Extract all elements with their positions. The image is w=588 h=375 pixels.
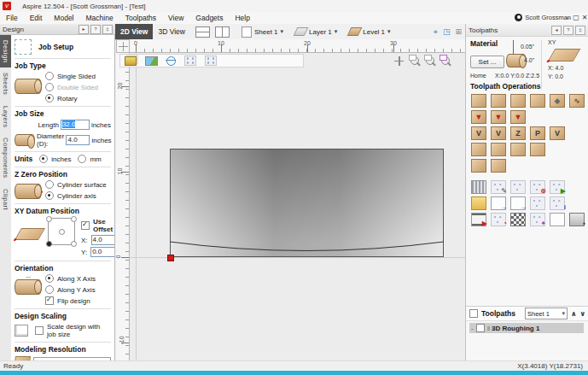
pan-icon[interactable] [394,56,404,66]
import-image-icon[interactable] [145,56,158,66]
move-down-icon[interactable]: ∨ [580,310,586,318]
tab-layers[interactable]: Layers [0,101,11,133]
toolpath-notes-icon[interactable] [550,213,565,226]
menu-help[interactable]: Help [235,14,249,22]
tab-clipart[interactable]: Clipart [0,184,11,215]
duplicate-toolpath-icon[interactable] [510,180,526,194]
estimate-machining-time-icon[interactable]: ◔ [491,213,506,226]
xy-datum-marker[interactable] [167,255,174,261]
3d-slice-toolpath-icon[interactable] [530,143,545,156]
preview-toolpath-icon[interactable]: ▶ [471,213,486,226]
pin-icon[interactable]: ‡ [102,25,113,34]
menu-machine[interactable]: Machine [86,14,114,22]
node-edit-icon[interactable] [166,56,176,66]
prism-carve-toolpath-icon[interactable]: ◆ [550,94,565,108]
toolpaths-sheet-select[interactable]: Sheet 1 [525,308,568,319]
2d-view-canvas[interactable] [130,53,465,360]
radio-units-inches[interactable]: inches [39,155,71,163]
sheet-dropdown[interactable]: Sheet 1▾ [242,26,283,38]
help-icon[interactable]: ? [563,26,573,35]
use-offset-checkbox[interactable]: Use Offset [81,218,115,233]
close-button[interactable]: ✕ [581,14,588,21]
fluting-toolpath-icon[interactable] [491,159,506,173]
level-dropdown[interactable]: Level 1▾ [349,27,390,36]
grid-icon[interactable]: ⊞ [455,27,462,36]
expand-icon[interactable]: - [471,325,474,332]
component-mesh-alt-icon[interactable] [205,56,217,66]
dock-panel-icon[interactable]: ▸ [79,25,89,34]
zoom-selected-icon[interactable] [441,56,450,65]
radio-cylinder-axis[interactable]: Cylinder axis [45,191,107,200]
prism-letter-toolpath-icon[interactable]: P [530,126,545,140]
radio-units-mm[interactable]: mm [78,155,101,163]
restore-button[interactable]: ▢ [573,14,579,21]
merge-toolpaths-icon[interactable] [530,196,545,210]
save-toolpath-icon[interactable]: ▪ [569,213,585,226]
offset-y-input[interactable]: 0.0 [90,247,115,257]
tab-components[interactable]: Components [0,132,11,184]
recalculate-toolpath-icon[interactable]: ▶ [550,180,565,194]
radio-rotary[interactable]: Rotary [45,94,98,103]
menu-toolpaths[interactable]: Toolpaths [125,14,156,22]
menu-edit[interactable]: Edit [30,14,43,22]
geometry-select-icon[interactable]: ◳ [443,27,451,36]
scale-design-checkbox[interactable]: Scale design with job size [35,323,111,338]
z-engrave-toolpath-icon[interactable]: Z [510,126,526,140]
split-vertical-icon[interactable] [215,26,230,38]
radio-cylinder-surface[interactable]: Cylinder surface [45,180,107,189]
layer-dropdown[interactable]: Layer 1▾ [295,27,337,36]
radio-double-sided[interactable]: Double Sided [45,83,98,91]
radio-along-x[interactable]: Along X Axis [45,274,96,283]
moulding-toolpath-icon[interactable]: ∿ [569,94,585,108]
toolpath-item-checkbox[interactable] [476,324,485,332]
load-toolpath-template-icon[interactable]: → [510,196,526,210]
wrap-toolpath-icon[interactable]: ✦ [530,213,545,226]
drag-grip-icon[interactable]: ‖ [487,325,489,332]
toolpath-tiling-icon[interactable] [510,213,526,226]
diameter-input[interactable]: 4.0 [66,135,90,145]
tool-database-icon[interactable] [471,180,486,194]
toolpath-list-item[interactable]: - ‖ 3D Roughing 1 [469,323,584,333]
radio-single-sided[interactable]: Single Sided [45,72,98,80]
minimize-button[interactable]: – [564,14,571,21]
v-carve-toolpath-icon[interactable]: V [471,126,486,140]
save-toolpath-template-icon[interactable]: → [491,196,506,210]
pocket-toolpath-icon[interactable] [491,94,506,108]
menu-view[interactable]: View [168,14,183,22]
texture-toolpath-icon[interactable] [471,159,486,173]
zoom-drag-icon[interactable] [426,56,434,65]
tab-3d-view[interactable]: 3D View [153,24,190,39]
zoom-box-icon[interactable] [410,56,419,65]
tab-2d-view[interactable]: 2D View [115,24,153,39]
profile-toolpath-icon[interactable] [471,94,486,108]
pin-icon[interactable]: ‡ [575,26,585,35]
component-mesh-icon[interactable] [184,56,196,66]
drill-block-toolpath-3-icon[interactable]: ▼ [510,110,526,124]
move-up-icon[interactable]: ∧ [571,310,577,318]
v-inlay-toolpath-icon[interactable]: V [491,126,506,140]
menu-model[interactable]: Model [54,14,73,22]
radio-along-y[interactable]: Along Y Axis [45,285,96,294]
material-set-button[interactable]: Set ... [470,56,504,68]
split-horizontal-icon[interactable] [195,26,210,38]
drill-block-toolpath-2-icon[interactable]: ▼ [491,110,506,124]
tab-design[interactable]: Design [0,35,11,67]
edit-toolpath-icon[interactable]: ✎ [491,180,506,194]
menu-gadgets[interactable]: Gadgets [195,14,223,22]
drill-block-toolpath-1-icon[interactable]: ▼ [471,110,486,124]
datum-position-selector[interactable] [48,218,75,245]
3d-roughing-toolpath-icon[interactable] [471,143,486,156]
flip-design-checkbox[interactable]: Flip design [45,296,96,305]
menu-file[interactable]: File [6,14,18,22]
account-button[interactable]: Scott Grossman [515,14,571,21]
3d-finishing-toolpath-icon[interactable] [491,143,506,156]
tab-sheets[interactable]: Sheets [0,67,11,100]
snap-toggle-icon[interactable]: ⌖ [434,27,438,37]
length-input[interactable]: 32.0 [61,120,90,130]
design-curve[interactable] [170,242,444,251]
delete-toolpath-icon[interactable]: ⊗ [530,180,545,194]
drilling-toolpath-icon[interactable] [510,94,526,108]
create-toolpath-drawing-icon[interactable]: i [550,196,565,210]
quick-engrave-toolpath-icon[interactable] [530,94,545,108]
help-icon[interactable]: ? [90,25,101,34]
